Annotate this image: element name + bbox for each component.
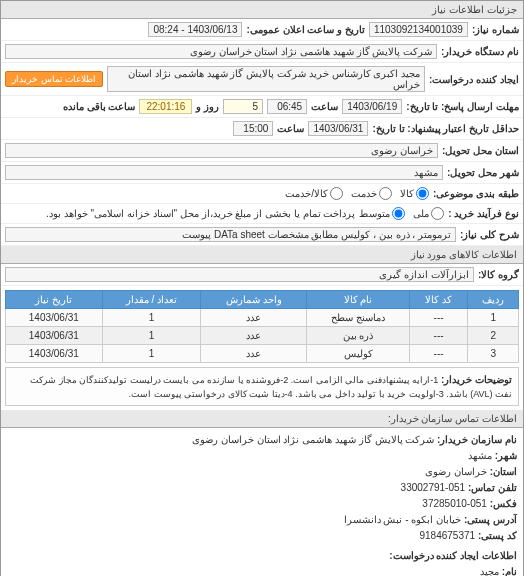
validity-date-value: 1403/06/31 (308, 121, 368, 136)
contact-org-label: نام سازمان خریدار: (437, 434, 517, 445)
packing-radio-group: کالا خدمت کالا/خدمت (285, 187, 429, 200)
remain-label: ساعت باقی مانده (63, 101, 136, 112)
announce-label: تاریخ و ساعت اعلان عمومی: (246, 24, 364, 35)
radio-kala[interactable]: کالا (400, 187, 429, 200)
province-label: استان محل تحویل: (442, 145, 519, 156)
table-cell: دماسنج سطح (307, 309, 410, 327)
page-title: جزئیات اطلاعات نیاز (1, 1, 523, 19)
contact-city-value: مشهد (468, 450, 492, 461)
days-remaining-value: 5 (223, 99, 263, 114)
radio-meli[interactable]: ملی (413, 207, 444, 220)
buyer-notes-text: 1-ارایه پیشنهادفنی مالی الزامی است. 2-فر… (30, 375, 512, 399)
contact-block: نام سازمان خریدار: شرکت پالایش گاز شهید … (1, 428, 523, 576)
time-label-1: ساعت (311, 101, 338, 112)
table-header: ردیف (468, 291, 519, 309)
deadline-label: مهلت ارسال پاسخ: تا تاریخ: (406, 101, 519, 112)
group-value: ابزارآلات اندازه گیری (5, 267, 474, 282)
creator-contact-header: اطلاعات ایجاد کننده درخواست: (7, 548, 517, 564)
packing-label: طبقه بندی موضوعی: (433, 188, 519, 199)
table-cell: 1 (102, 327, 201, 345)
radio-khadamat[interactable]: خدمت (351, 187, 392, 200)
table-cell: 3 (468, 345, 519, 363)
table-cell: 1403/06/31 (6, 327, 103, 345)
table-row: 2---ذره بینعدد11403/06/31 (6, 327, 519, 345)
validity-label: حداقل تاریخ اعتبار پیشنهاد: تا تاریخ: (372, 123, 519, 134)
buyer-notes-label: توضیحات خریدار: (441, 374, 512, 385)
table-cell: 1403/06/31 (6, 345, 103, 363)
items-table: ردیفکد کالانام کالاواحد شمارشتعداد / مقد… (5, 290, 519, 363)
contact-phone-value: 051-33002791 (401, 482, 466, 493)
table-cell: عدد (201, 309, 307, 327)
table-cell: کولیس (307, 345, 410, 363)
table-cell: عدد (201, 345, 307, 363)
contact-postal-value: 9184675371 (419, 530, 475, 541)
deadline-date-value: 1403/06/19 (342, 99, 402, 114)
table-cell: --- (409, 345, 468, 363)
buyer-name-label: نام دستگاه خریدار: (441, 46, 519, 57)
creator-value: مجید اکبری کارشناس خرید شرکت پالایش گاز … (107, 66, 425, 92)
contact-addr-value: خیابان ابکوه - نبش دانشسرا (344, 514, 461, 525)
table-header: تعداد / مقدار (102, 291, 201, 309)
countdown-timer: 22:01:16 (139, 99, 192, 114)
contact-name-value: مجید (480, 566, 499, 576)
buy-type-radio-group: ملی متوسط (359, 207, 444, 220)
table-row: 3---کولیسعدد11403/06/31 (6, 345, 519, 363)
goods-section-header: اطلاعات کالاهای مورد نیاز (1, 246, 523, 264)
creator-label: ایجاد کننده درخواست: (429, 74, 519, 85)
table-cell: ذره بین (307, 327, 410, 345)
days-label: روز و (196, 101, 219, 112)
city-label: شهر محل تحویل: (447, 167, 519, 178)
announce-value: 1403/06/13 - 08:24 (148, 22, 242, 37)
buyer-contact-button[interactable]: اطلاعات تماس خریدار (5, 71, 103, 87)
contact-section-header: اطلاعات تماس سازمان خریدار: (1, 410, 523, 428)
table-header: تاریخ نیاز (6, 291, 103, 309)
need-number-label: شماره نیاز: (472, 24, 519, 35)
contact-fax-value: 051-37285010 (422, 498, 487, 509)
payment-note: پرداخت تمام یا بخشی از مبلغ خرید،از محل … (46, 208, 355, 219)
radio-kala-khadamat[interactable]: کالا/خدمت (285, 187, 343, 200)
province-value: خراسان رضوی (5, 143, 438, 158)
buyer-notes-box: توضیحات خریدار: 1-ارایه پیشنهادفنی مالی … (5, 367, 519, 406)
contact-addr-label: آدرس پستی: (464, 514, 517, 525)
time-label-2: ساعت (277, 123, 304, 134)
contact-city-label: شهر: (495, 450, 517, 461)
desc-label: شرح کلی نیاز: (460, 229, 519, 240)
contact-postal-label: کد پستی: (478, 530, 517, 541)
buy-type-label: نوع فرآیند خرید : (448, 208, 519, 219)
contact-fax-label: فکس: (490, 498, 517, 509)
table-header: کد کالا (409, 291, 468, 309)
contact-phone-label: تلفن تماس: (468, 482, 517, 493)
contact-org-value: شرکت پالایش گاز شهید هاشمی نژاد استان خر… (192, 434, 434, 445)
city-value: مشهد (5, 165, 443, 180)
contact-province-label: استان: (490, 466, 517, 477)
table-cell: 1 (102, 345, 201, 363)
need-number-value: 1103092134001039 (369, 22, 468, 37)
table-cell: عدد (201, 327, 307, 345)
table-cell: 2 (468, 327, 519, 345)
table-cell: 1 (468, 309, 519, 327)
table-row: 1---دماسنج سطحعدد11403/06/31 (6, 309, 519, 327)
contact-name-label: نام: (502, 566, 517, 576)
buyer-name-value: شرکت پالایش گاز شهید هاشمی نژاد استان خر… (5, 44, 437, 59)
table-cell: --- (409, 309, 468, 327)
radio-avg[interactable]: متوسط (359, 207, 405, 220)
table-header: نام کالا (307, 291, 410, 309)
validity-time-value: 15:00 (233, 121, 273, 136)
contact-province-value: خراسان رضوی (425, 466, 487, 477)
deadline-time-value: 06:45 (267, 99, 307, 114)
table-header: واحد شمارش (201, 291, 307, 309)
table-cell: 1403/06/31 (6, 309, 103, 327)
desc-value: ترمومتر ، ذره بین ، کولیس مطابق مشخصات D… (5, 227, 456, 242)
group-label: گروه کالا: (478, 269, 519, 280)
table-cell: 1 (102, 309, 201, 327)
table-cell: --- (409, 327, 468, 345)
